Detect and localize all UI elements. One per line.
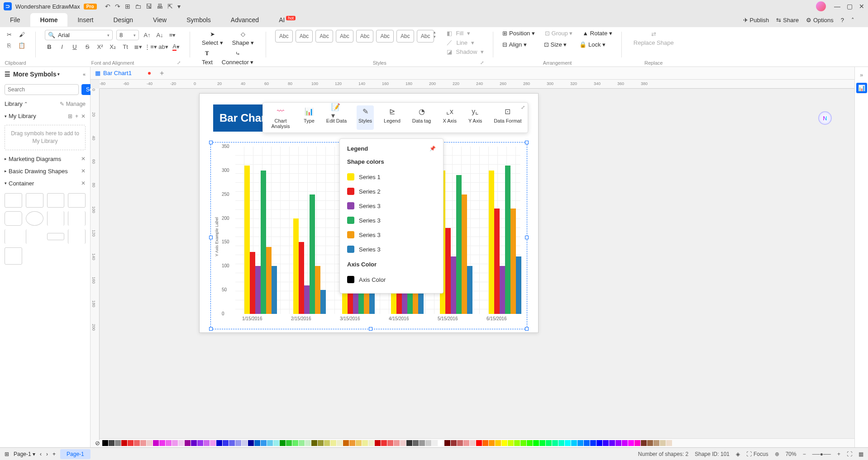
color-swatch[interactable] [520,440,526,446]
color-swatch[interactable] [514,440,520,446]
paste-icon[interactable]: 📋 [17,41,26,50]
color-swatch[interactable] [533,440,539,446]
font-color-icon[interactable]: A▾ [172,42,181,51]
color-swatch[interactable] [476,440,482,446]
close-icon[interactable]: ✕ [859,3,864,10]
resize-handle[interactable] [209,327,213,331]
color-swatch[interactable] [387,440,393,446]
color-swatch[interactable] [102,440,108,446]
x-axis-button[interactable]: ⌞xX Axis [441,105,458,130]
scroll-down-icon[interactable]: ▾ [434,34,436,39]
page-tab[interactable]: Page-1 [60,449,91,459]
group-button[interactable]: ⊡ Group ▾ [545,30,572,37]
color-swatch[interactable] [489,440,495,446]
color-swatch[interactable] [318,440,324,446]
bold-icon[interactable]: B [45,42,54,51]
series-color-item[interactable]: Series 3 [347,213,436,228]
color-swatch[interactable] [577,440,583,446]
underline-icon[interactable]: U [70,42,79,51]
color-swatch[interactable] [210,440,216,446]
color-swatch[interactable] [400,440,406,446]
resize-handle[interactable] [209,141,213,144]
collapse-right-icon[interactable]: » [860,71,863,78]
resize-handle[interactable] [525,141,529,144]
style-preset[interactable]: Abc [396,30,414,43]
replace-shape-button[interactable]: ⇄Replace Shape [631,30,677,47]
color-swatch[interactable] [571,440,577,446]
shrink-font-icon[interactable]: A↓ [155,31,164,40]
series-color-item[interactable]: Series 2 [347,184,436,199]
series-color-item[interactable]: Series 3 [347,242,436,256]
color-swatch[interactable] [596,440,602,446]
shadow-button[interactable]: ◪ Shadow ▾ [447,48,484,55]
color-swatch[interactable] [273,440,279,446]
styles-button[interactable]: ✎Styles [357,105,374,130]
color-swatch[interactable] [204,440,210,446]
subscript-icon[interactable]: X₂ [108,42,117,51]
data-tag-button[interactable]: ◔Data tag [410,105,433,130]
color-swatch[interactable] [470,440,476,446]
color-swatch[interactable] [191,440,197,446]
color-swatch[interactable] [311,440,317,446]
export-icon[interactable]: ⇱ [167,3,173,10]
color-swatch[interactable] [425,440,431,446]
user-avatar[interactable] [816,1,826,11]
color-swatch[interactable] [337,440,343,446]
page-layout-icon[interactable]: ⊞ [5,451,9,457]
color-swatch[interactable] [508,440,514,446]
connector-button[interactable]: ⤷Connector ▾ [219,49,257,66]
align-icon[interactable]: ≡▾ [168,31,177,40]
menu-home[interactable]: Home [30,13,68,27]
container-shape[interactable] [68,193,86,208]
style-preset[interactable]: Abc [315,30,333,43]
document-tab[interactable]: ▦Bar Chart1 [95,70,151,76]
color-swatch[interactable] [166,440,172,446]
cut-icon[interactable]: ✂ [5,30,14,39]
zoom-out-icon[interactable]: − [803,451,806,457]
color-swatch[interactable] [394,440,400,446]
manage-button[interactable]: ✎ Manage [60,101,86,107]
color-swatch[interactable] [584,440,590,446]
menu-advanced[interactable]: Advanced [221,13,269,27]
container-shape[interactable] [26,229,43,244]
close-section-icon[interactable]: ✕ [81,180,86,186]
pin-icon[interactable]: 📌 [429,146,436,152]
undo-icon[interactable]: ↶ [105,3,110,10]
superscript-icon[interactable]: X² [95,42,105,51]
case-icon[interactable]: Tt [121,42,130,51]
add-page-icon[interactable]: + [52,451,56,457]
container-shape[interactable] [47,211,65,226]
color-swatch[interactable] [267,440,273,446]
menu-insert[interactable]: Insert [67,13,103,27]
next-page-icon[interactable]: › [46,451,48,457]
color-swatch[interactable] [223,440,229,446]
grow-font-icon[interactable]: A↑ [143,31,152,40]
legend-button[interactable]: ⊵Legend [382,105,402,130]
color-swatch[interactable] [615,440,621,446]
position-button[interactable]: ⊞ Position ▾ [502,30,535,37]
color-swatch[interactable] [432,440,438,446]
color-swatch[interactable] [362,440,368,446]
color-swatch[interactable] [653,440,659,446]
color-swatch[interactable] [292,440,298,446]
rotate-button[interactable]: ▲ Rotate ▾ [582,30,612,37]
presentation-icon[interactable]: ▦ [858,451,863,457]
layers-icon[interactable]: ◈ [736,451,740,457]
color-swatch[interactable] [197,440,203,446]
color-swatch[interactable] [444,440,450,446]
open-icon[interactable]: 🗀 [135,3,141,10]
color-swatch[interactable] [381,440,387,446]
color-swatch[interactable] [121,440,127,446]
menu-design[interactable]: Design [103,13,143,27]
select-button[interactable]: ➤Select ▾ [199,30,226,47]
expand-icon[interactable]: ⤢ [480,60,484,65]
color-swatch[interactable] [330,440,336,446]
color-swatch[interactable] [438,440,444,446]
container-shape[interactable] [5,193,22,208]
color-swatch[interactable] [216,440,222,446]
color-swatch[interactable] [375,440,381,446]
color-swatch[interactable] [558,440,564,446]
resize-handle[interactable] [525,327,529,331]
style-preset[interactable]: Abc [336,30,353,43]
edit-data-button[interactable]: 📝▾Edit Data [324,105,348,130]
